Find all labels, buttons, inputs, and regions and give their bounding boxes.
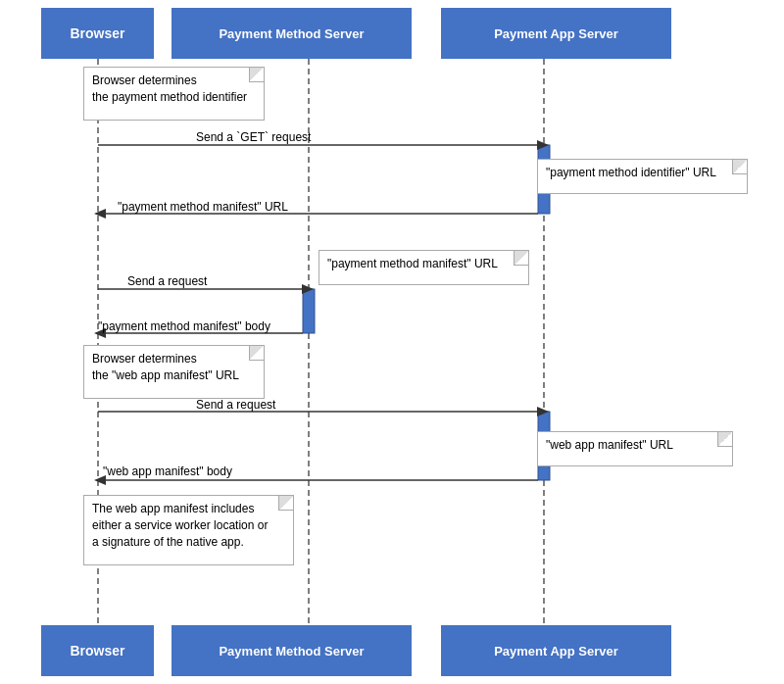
svg-marker-15 [537,407,549,416]
note-browser-web-app-manifest: Browser determines the "web app manifest… [83,345,265,399]
header-payment-method-server-box: Payment Method Server [172,8,412,59]
footer-payment-method-server-box: Payment Method Server [172,625,412,676]
svg-rect-4 [303,289,315,333]
arrow-label-manifest-body: "payment method manifest" body [98,319,270,333]
note-web-app-manifest-desc: The web app manifest includes either a s… [83,495,294,565]
arrow-label-get-request: Send a `GET` request [196,130,311,144]
header-browser-box: Browser [41,8,154,59]
note-payment-method-manifest-url: "payment method manifest" URL [318,250,529,285]
footer-browser-box: Browser [41,625,154,676]
svg-marker-9 [94,209,106,219]
svg-marker-7 [537,140,549,150]
arrow-label-send-request-2: Send a request [196,398,275,412]
arrow-label-web-app-manifest-body: "web app manifest" body [103,464,232,478]
header-payment-app-server-box: Payment App Server [441,8,671,59]
note-browser-determines: Browser determines the payment method id… [83,67,265,121]
arrow-label-send-request-1: Send a request [127,274,207,288]
note-web-app-manifest-url: "web app manifest" URL [537,431,733,466]
svg-marker-11 [302,284,314,294]
arrow-label-manifest-url: "payment method manifest" URL [118,200,288,214]
sequence-diagram: Browser Payment Method Server Payment Ap… [0,0,784,684]
footer-payment-app-server-box: Payment App Server [441,625,671,676]
note-payment-method-identifier-url: "payment method identifier" URL [537,159,748,194]
